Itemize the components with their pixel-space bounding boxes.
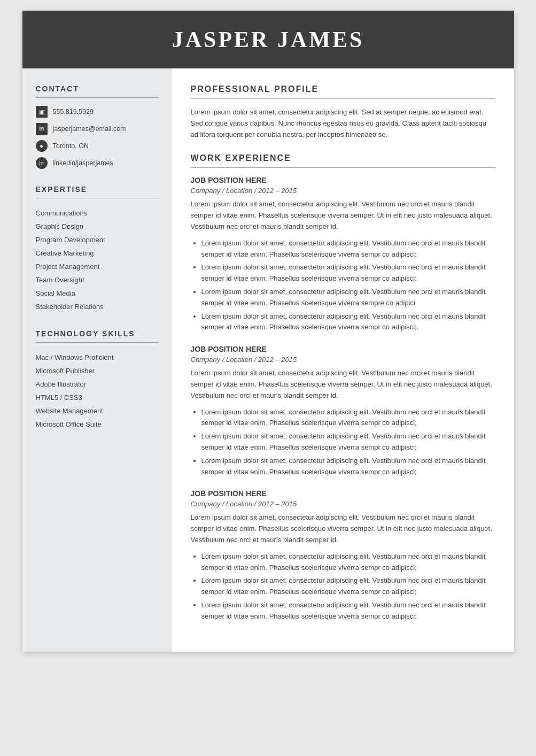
main-content: PROFESSIONAL PROFILE Lorem ipsum dolor s… <box>172 68 514 652</box>
profile-divider <box>191 98 495 99</box>
location-text: Toronto, ON <box>53 142 89 150</box>
job-bullets-2: Lorem ipsum dolor sit amet, consectetur … <box>191 407 495 478</box>
contact-title: CONTACT <box>36 84 159 93</box>
expertise-item: Social Media <box>36 287 159 300</box>
header: JASPER JAMES <box>22 11 514 68</box>
bullet: Lorem ipsum dolor sit amet, consectetur … <box>201 262 495 284</box>
bullet: Lorem ipsum dolor sit amet, consectetur … <box>201 238 495 260</box>
contact-linkedin: in linkedin/jasperjames <box>36 157 159 169</box>
sidebar: CONTACT ▣ 555.819.5929 ✉ jasperjames@ema… <box>22 68 172 652</box>
expertise-divider <box>36 198 159 198</box>
bullet: Lorem ipsum dolor sit amet, consectetur … <box>201 407 495 429</box>
tech-item: Website Management <box>36 404 159 418</box>
contact-phone: ▣ 555.819.5929 <box>36 106 159 118</box>
job-company-3: Company / Location / 2012 – 2015 <box>191 500 495 508</box>
bullet: Lorem ipsum dolor sit amet, consectetur … <box>201 575 495 598</box>
profile-section: PROFESSIONAL PROFILE Lorem ipsum dolor s… <box>191 84 495 140</box>
job-block-3: JOB POSITION HERE Company / Location / 2… <box>191 489 495 622</box>
phone-text: 555.819.5929 <box>53 108 94 115</box>
work-divider <box>191 167 495 168</box>
bullet: Lorem ipsum dolor sit amet, consectetur … <box>201 431 495 453</box>
job-block-2: JOB POSITION HERE Company / Location / 2… <box>191 345 495 477</box>
work-section: WORK EXPERIENCE JOB POSITION HERE Compan… <box>191 153 495 622</box>
profile-text: Lorem ipsum dolor sit amet, consectetur … <box>191 107 495 140</box>
tech-item: Adobe Illustrator <box>36 377 159 391</box>
tech-item: Mac / Windows Proficient <box>36 351 159 364</box>
job-title-1: JOB POSITION HERE <box>191 176 495 184</box>
resume-container: JASPER JAMES CONTACT ▣ 555.819.5929 ✉ ja… <box>22 11 514 652</box>
expertise-item: Graphic Design <box>36 220 159 233</box>
job-title-3: JOB POSITION HERE <box>191 489 495 498</box>
email-icon: ✉ <box>36 123 48 135</box>
body: CONTACT ▣ 555.819.5929 ✉ jasperjames@ema… <box>22 68 514 652</box>
phone-icon: ▣ <box>36 106 48 118</box>
linkedin-text: linkedin/jasperjames <box>53 159 113 167</box>
tech-item: Microsoft Publisher <box>36 364 159 377</box>
expertise-item: Team Oversight <box>36 273 159 287</box>
expertise-section: EXPERTISE Communications Graphic Design … <box>36 185 159 313</box>
tech-item: HTML5 / CSS3 <box>36 391 159 404</box>
expertise-item: Program Development <box>36 233 159 246</box>
contact-section: CONTACT ▣ 555.819.5929 ✉ jasperjames@ema… <box>36 84 159 169</box>
expertise-item: Communications <box>36 206 159 220</box>
bullet: Lorem ipsum dolor sit amet, consectetur … <box>201 600 495 622</box>
tech-title: TECHNOLOGY SKILLS <box>36 329 159 338</box>
tech-divider <box>36 342 159 343</box>
location-icon: ● <box>36 140 48 152</box>
contact-divider <box>36 97 159 98</box>
tech-section: TECHNOLOGY SKILLS Mac / Windows Proficie… <box>36 329 159 431</box>
email-text: jasperjames@email.com <box>53 125 126 133</box>
job-title-2: JOB POSITION HERE <box>191 345 495 353</box>
bullet: Lorem ipsum dolor sit amet, consectetur … <box>201 551 495 574</box>
bullet: Lorem ipsum dolor sit amet, consectetur … <box>201 287 495 309</box>
expertise-item: Project Management <box>36 260 159 273</box>
job-desc-3: Lorem ipsum dolor sit amet, consectetur … <box>191 512 495 545</box>
job-block-1: JOB POSITION HERE Company / Location / 2… <box>191 176 495 333</box>
expertise-item: Stakeholder Relations <box>36 300 159 313</box>
bullet: Lorem ipsum dolor sit amet, consectetur … <box>201 311 495 334</box>
expertise-item: Creative Marketing <box>36 246 159 260</box>
job-desc-2: Lorem ipsum dolor sit amet, consectetur … <box>191 368 495 401</box>
contact-location: ● Toronto, ON <box>36 140 159 152</box>
job-desc-1: Lorem ipsum dolor sit amet, consectetur … <box>191 199 495 232</box>
contact-email: ✉ jasperjames@email.com <box>36 123 159 135</box>
linkedin-icon: in <box>36 157 48 169</box>
job-company-1: Company / Location / 2012 – 2015 <box>191 187 495 195</box>
job-bullets-1: Lorem ipsum dolor sit amet, consectetur … <box>191 238 495 333</box>
tech-item: Microsoft Office Suite <box>36 418 159 431</box>
job-company-2: Company / Location / 2012 – 2015 <box>191 356 495 364</box>
job-bullets-3: Lorem ipsum dolor sit amet, consectetur … <box>191 551 495 622</box>
bullet: Lorem ipsum dolor sit amet, consectetur … <box>201 456 495 478</box>
candidate-name: JASPER JAMES <box>44 27 493 52</box>
profile-title: PROFESSIONAL PROFILE <box>191 84 495 94</box>
expertise-title: EXPERTISE <box>36 185 159 194</box>
work-title: WORK EXPERIENCE <box>191 153 495 163</box>
